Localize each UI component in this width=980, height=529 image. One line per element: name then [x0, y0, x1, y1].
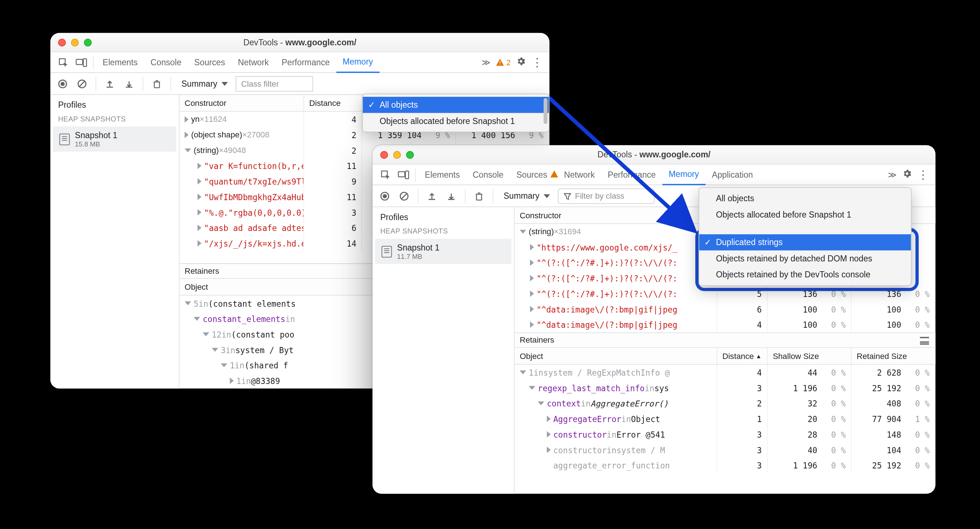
retainers-header: Retainers — [515, 332, 936, 348]
filter-scope-dropdown[interactable]: All objects Objects allocated before Sna… — [362, 94, 549, 132]
panel-tabbar: Elements Console Sources Network Perform… — [51, 52, 549, 73]
sidebar-profiles-label: Profiles — [51, 95, 179, 115]
svg-rect-2 — [83, 58, 87, 66]
tab-memory[interactable]: Memory — [336, 52, 379, 73]
snapshot-item[interactable]: Snapshot 1 15.8 MB — [53, 127, 176, 152]
col-constructor[interactable]: Constructor — [180, 95, 304, 111]
gc-icon[interactable] — [471, 187, 487, 204]
dropdown-option-duplicated-strings[interactable]: Duplicated strings — [699, 234, 911, 251]
class-filter-input[interactable]: Class filter — [235, 76, 313, 91]
col-shallow[interactable]: Shallow Size — [767, 348, 851, 364]
profiles-sidebar: Profiles HEAP SNAPSHOTS Snapshot 1 15.8 … — [51, 95, 180, 389]
svg-rect-12 — [406, 171, 409, 178]
titlebar: DevTools - www.google.com/ — [51, 33, 549, 52]
filter-icon — [563, 192, 571, 200]
device-icon[interactable] — [395, 170, 413, 179]
more-tabs-icon[interactable]: ≫ — [482, 57, 491, 67]
svg-rect-11 — [398, 172, 405, 176]
col-distance[interactable]: Distance — [304, 95, 362, 111]
titlebar: DevTools - www.google.com/ — [372, 145, 935, 165]
kebab-icon[interactable]: ⋮ — [531, 58, 543, 66]
snapshot-icon — [382, 245, 392, 257]
dropdown-option-devtools-console[interactable]: Objects retained by the DevTools console — [699, 267, 911, 283]
devtools-window-new: DevTools - www.google.com/ Elements Cons… — [372, 145, 935, 494]
panel-tabbar: Elements Console Sources Network Perform… — [372, 165, 935, 185]
col-retained[interactable]: Retained Size — [852, 348, 935, 364]
save-icon[interactable] — [121, 75, 137, 92]
svg-rect-4 — [500, 64, 501, 65]
tab-application[interactable]: Application — [705, 164, 759, 185]
dropdown-option-before-snapshot[interactable]: Objects allocated before Snapshot 1 — [699, 207, 911, 223]
tab-console[interactable]: Console — [144, 52, 188, 73]
load-icon[interactable] — [424, 187, 440, 204]
tab-sources[interactable]: Sources — [188, 52, 232, 73]
svg-rect-1 — [76, 59, 83, 64]
settings-icon[interactable] — [516, 56, 526, 68]
dropdown-option-detached-dom[interactable]: Objects retained by detached DOM nodes — [699, 251, 911, 267]
svg-rect-9 — [154, 82, 159, 87]
retainers-menu-icon[interactable] — [920, 337, 929, 345]
record-icon[interactable] — [54, 75, 71, 92]
filter-scope-dropdown[interactable]: All objects Objects allocated before Sna… — [698, 187, 912, 286]
svg-rect-3 — [500, 61, 501, 64]
record-icon[interactable] — [377, 187, 393, 204]
tab-memory[interactable]: Memory — [662, 164, 705, 185]
class-filter-input[interactable]: Filter by class — [557, 188, 654, 204]
inspect-icon[interactable] — [54, 57, 73, 67]
tab-console[interactable]: Console — [466, 164, 510, 185]
tab-network[interactable]: Network — [554, 164, 601, 185]
view-dropdown[interactable]: Summary — [498, 191, 555, 201]
sidebar-profiles-label: Profiles — [372, 207, 514, 227]
kebab-icon[interactable]: ⋮ — [917, 171, 929, 178]
tab-performance[interactable]: Performance — [275, 52, 336, 73]
sidebar-heap-label: HEAP SNAPSHOTS — [372, 227, 514, 239]
load-icon[interactable] — [101, 75, 118, 92]
svg-rect-17 — [477, 194, 482, 200]
retainer-rows: 1 in system / RegExpMatchInfo @ 4 440 % … — [515, 365, 936, 494]
dropdown-option-all[interactable]: All objects — [363, 97, 549, 113]
issues-badge[interactable]: 2 — [496, 58, 511, 67]
svg-line-8 — [80, 81, 84, 86]
settings-icon[interactable] — [902, 168, 912, 181]
view-dropdown[interactable]: Summary — [176, 79, 233, 89]
svg-line-16 — [401, 193, 407, 199]
window-title: DevTools - www.google.com/ — [51, 37, 549, 47]
save-icon[interactable] — [443, 187, 460, 204]
col-object[interactable]: Object — [515, 348, 718, 364]
gc-icon[interactable] — [148, 75, 165, 92]
clear-icon[interactable] — [396, 187, 412, 204]
svg-point-14 — [383, 194, 387, 198]
sidebar-heap-label: HEAP SNAPSHOTS — [51, 115, 179, 127]
tab-performance[interactable]: Performance — [601, 164, 662, 185]
dropdown-option-before-snapshot[interactable]: Objects allocated before Snapshot 1 — [363, 113, 549, 129]
window-title: DevTools - www.google.com/ — [372, 150, 935, 159]
tab-network[interactable]: Network — [231, 52, 275, 73]
inspect-icon[interactable] — [377, 169, 395, 180]
svg-point-6 — [60, 82, 65, 86]
memory-toolbar: Summary Class filter — [51, 73, 549, 95]
tab-elements[interactable]: Elements — [96, 52, 144, 73]
snapshot-icon — [59, 133, 70, 145]
more-tabs-icon[interactable]: ≫ — [888, 170, 897, 180]
dropdown-option-all[interactable]: All objects — [699, 191, 911, 207]
profiles-sidebar: Profiles HEAP SNAPSHOTS Snapshot 1 11.7 … — [372, 207, 515, 494]
device-icon[interactable] — [72, 58, 90, 67]
tab-sources[interactable]: Sources — [510, 164, 554, 185]
snapshot-item[interactable]: Snapshot 1 11.7 MB — [375, 239, 511, 264]
tab-elements[interactable]: Elements — [418, 164, 466, 185]
retainer-columns: Object Distance▲ Shallow Size Retained S… — [515, 348, 936, 364]
col-distance[interactable]: Distance▲ — [718, 348, 768, 364]
clear-icon[interactable] — [74, 75, 90, 92]
col-constructor[interactable]: Constructor — [515, 207, 718, 223]
